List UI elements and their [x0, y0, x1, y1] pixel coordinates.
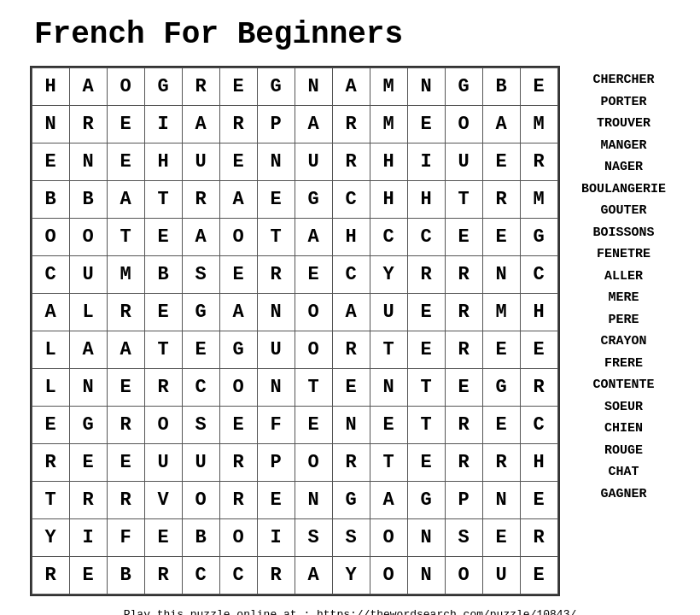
grid-cell: R [182, 181, 219, 219]
word-list-item: ALLER [604, 266, 643, 288]
grid-cell: R [332, 444, 370, 482]
grid-cell: A [219, 181, 257, 219]
grid-cell: O [295, 294, 332, 331]
grid-cell: T [407, 407, 445, 444]
grid-cell: C [407, 219, 445, 256]
grid-cell: T [295, 369, 332, 407]
grid-cell: E [407, 294, 445, 331]
grid-cell: G [144, 68, 182, 106]
grid-cell: A [32, 294, 69, 331]
grid-cell: Y [332, 557, 370, 594]
grid-cell: O [182, 482, 219, 519]
grid-cell: R [107, 482, 144, 519]
grid-cell: R [219, 482, 257, 519]
grid-cell: O [219, 219, 257, 256]
grid-cell: R [445, 294, 482, 331]
grid-cell: A [69, 331, 107, 369]
grid-cell: H [370, 144, 407, 181]
grid-cell: O [445, 106, 482, 144]
grid-cell: E [32, 144, 69, 181]
grid-cell: E [257, 482, 295, 519]
grid-cell: U [182, 144, 219, 181]
word-list-item: TROUVER [597, 113, 650, 135]
grid-cell: E [219, 407, 257, 444]
grid-cell: N [482, 482, 520, 519]
grid-cell: N [295, 482, 332, 519]
grid-cell: T [370, 331, 407, 369]
grid-cell: L [69, 294, 107, 331]
grid-cell: E [520, 557, 557, 594]
grid-cell: N [69, 144, 107, 181]
grid-cell: M [520, 106, 557, 144]
grid-cell: E [482, 331, 520, 369]
grid-cell: E [182, 331, 219, 369]
grid-cell: S [295, 519, 332, 557]
grid-cell: R [445, 256, 482, 294]
grid-table: HAOGREGNAMNGBENREIARPARMEOAMENEHUENURHIU… [32, 67, 558, 594]
grid-cell: N [332, 407, 370, 444]
grid-cell: O [370, 557, 407, 594]
grid-cell: O [219, 519, 257, 557]
grid-cell: R [520, 369, 557, 407]
grid-cell: R [144, 557, 182, 594]
grid-cell: O [295, 331, 332, 369]
grid-cell: P [445, 482, 482, 519]
grid-cell: U [295, 144, 332, 181]
grid-cell: B [144, 256, 182, 294]
word-list-item: ROUGE [604, 440, 643, 462]
grid-cell: E [482, 144, 520, 181]
grid-cell: I [144, 106, 182, 144]
grid-cell: U [445, 144, 482, 181]
grid-cell: A [219, 294, 257, 331]
grid-cell: R [219, 106, 257, 144]
main-area: HAOGREGNAMNGBENREIARPARMEOAMENEHUENURHIU… [30, 66, 671, 596]
page-title: French For Beginners [34, 17, 403, 52]
grid-cell: R [69, 106, 107, 144]
grid-cell: E [144, 294, 182, 331]
word-list-item: MANGER [600, 135, 646, 157]
grid-cell: R [407, 256, 445, 294]
grid-cell: T [370, 444, 407, 482]
grid-cell: S [445, 519, 482, 557]
grid-cell: B [32, 181, 69, 219]
grid-cell: G [407, 482, 445, 519]
grid-cell: G [520, 219, 557, 256]
grid-cell: O [32, 219, 69, 256]
grid-cell: A [332, 294, 370, 331]
grid-cell: H [32, 68, 69, 106]
grid-cell: E [219, 144, 257, 181]
word-list-item: FENETRE [597, 243, 650, 266]
footer-text: Play this puzzle online at : https://the… [124, 608, 577, 615]
grid-cell: R [445, 407, 482, 444]
grid-cell: A [107, 331, 144, 369]
grid-cell: C [219, 557, 257, 594]
grid-cell: N [32, 106, 69, 144]
grid-cell: E [445, 219, 482, 256]
grid-cell: M [107, 256, 144, 294]
grid-cell: E [407, 444, 445, 482]
word-list: CHERCHERPORTERTROUVERMANGERNAGERBOULANGE… [577, 66, 671, 505]
grid-cell: B [69, 181, 107, 219]
grid-cell: E [445, 369, 482, 407]
grid-cell: E [295, 256, 332, 294]
grid-cell: G [332, 482, 370, 519]
grid-cell: R [182, 68, 219, 106]
grid-cell: E [107, 106, 144, 144]
word-list-item: CHAT [608, 461, 639, 483]
grid-cell: R [257, 256, 295, 294]
grid-cell: M [370, 68, 407, 106]
grid-cell: R [482, 181, 520, 219]
grid-cell: R [107, 407, 144, 444]
word-list-item: BOISSONS [592, 222, 654, 244]
grid-cell: E [69, 557, 107, 594]
grid-cell: R [69, 482, 107, 519]
grid-cell: A [69, 68, 107, 106]
grid-cell: R [144, 369, 182, 407]
grid-cell: H [144, 144, 182, 181]
grid-cell: H [332, 219, 370, 256]
grid-cell: C [182, 557, 219, 594]
grid-cell: R [445, 331, 482, 369]
grid-cell: E [32, 407, 69, 444]
grid-cell: N [257, 144, 295, 181]
grid-cell: E [482, 407, 520, 444]
